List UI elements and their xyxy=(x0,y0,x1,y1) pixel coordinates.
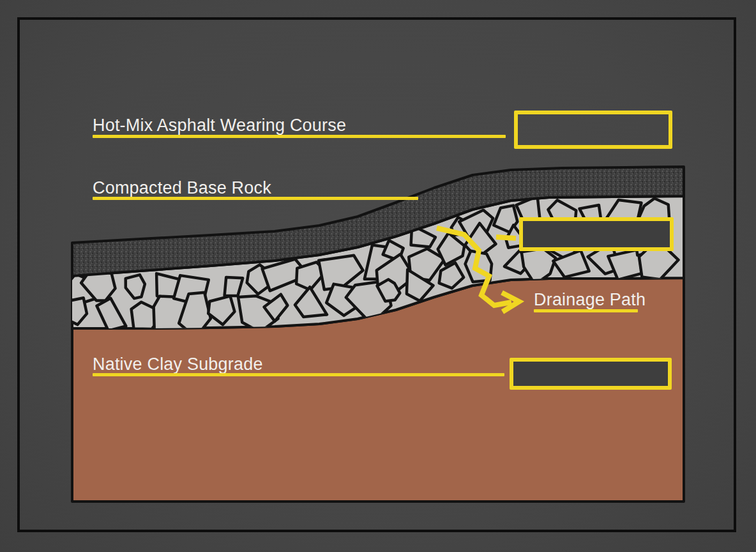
label-wearing-course: Hot-Mix Asphalt Wearing Course xyxy=(93,116,346,135)
answer-box-wearing-course[interactable] xyxy=(514,111,672,149)
underline-wearing-course xyxy=(93,135,506,138)
underline-subgrade xyxy=(93,373,504,376)
slide-canvas: Hot-Mix Asphalt Wearing Course Compacted… xyxy=(0,0,756,552)
label-base-rock: Compacted Base Rock xyxy=(93,179,271,198)
underline-base-rock xyxy=(93,197,418,200)
answer-box-subgrade[interactable] xyxy=(510,358,672,390)
answer-box-base-rock[interactable] xyxy=(519,217,674,251)
underline-drainage-path xyxy=(534,309,638,312)
pavement-cross-section-diagram xyxy=(0,0,756,552)
label-drainage-path: Drainage Path xyxy=(534,291,646,310)
label-subgrade: Native Clay Subgrade xyxy=(93,355,263,374)
